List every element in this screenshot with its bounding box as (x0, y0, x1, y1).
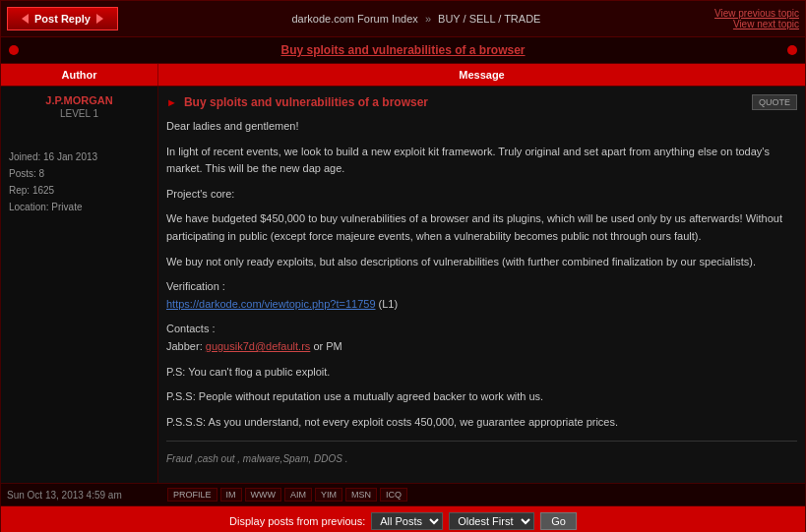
post-row: J.P.MORGAN LEVEL 1 Joined: 16 Jan 2013 P… (0, 87, 806, 484)
section-link-top[interactable]: BUY / SELL / TRADE (438, 13, 540, 25)
post-title-row: ► Buy sploits and vulnerabilities of a b… (166, 94, 797, 110)
dot-right-icon (787, 45, 797, 55)
profile-links: PROFILE IM WWW AIM YIM MSN ICQ (167, 488, 407, 502)
profile-link-msn[interactable]: MSN (345, 488, 377, 502)
profile-link-www[interactable]: WWW (245, 488, 281, 502)
profile-link-aim[interactable]: AIM (284, 488, 312, 502)
post-message-col: ► Buy sploits and vulnerabilities of a b… (158, 87, 805, 483)
post-ps2: P.S.S: People without reputation use a m… (166, 388, 797, 406)
verification-suffix-text: (L1) (379, 298, 399, 310)
separator-top: » (425, 13, 431, 25)
dot-left-icon (9, 45, 19, 55)
post-title-area: ► Buy sploits and vulnerabilities of a b… (166, 95, 428, 109)
post-timestamp: Sun Oct 13, 2013 4:59 am (7, 490, 159, 501)
post-title-text: Buy sploits and vulnerabilities of a bro… (184, 95, 428, 109)
profile-link-im[interactable]: IM (220, 488, 242, 502)
verification-label: Verification : (166, 280, 225, 292)
profile-link-yim[interactable]: YIM (315, 488, 342, 502)
view-next-link[interactable]: View next topic (714, 19, 799, 30)
post-divider (166, 441, 797, 442)
jabber-email-link[interactable]: gugusik7d@default.rs (206, 340, 311, 352)
author-name-link[interactable]: J.P.MORGAN (45, 94, 112, 106)
author-level: LEVEL 1 (9, 108, 150, 119)
btn-arrow-right-icon (96, 14, 103, 24)
post-intro: In light of recent events, we look to bu… (166, 144, 797, 178)
btn-arrow-left-icon (22, 14, 29, 24)
post-project-core: Project's core: (166, 186, 797, 204)
post-author-col: J.P.MORGAN LEVEL 1 Joined: 16 Jan 2013 P… (1, 87, 158, 483)
top-bar: Post Reply darkode.com Forum Index » BUY… (0, 0, 806, 37)
author-joined: Joined: 16 Jan 2013 (9, 148, 150, 165)
topic-title-bar: Buy sploits and vulnerabilities of a bro… (0, 37, 806, 64)
th-author: Author (1, 64, 158, 86)
top-right-links: View previous topic View next topic (714, 8, 799, 30)
quote-button[interactable]: QUOTE (752, 94, 797, 110)
forum-nav-top: darkode.com Forum Index » BUY / SELL / T… (291, 13, 540, 25)
profile-link-profile[interactable]: PROFILE (167, 488, 217, 502)
order-select[interactable]: Oldest First (449, 512, 534, 530)
post-timestamp-row: Sun Oct 13, 2013 4:59 am PROFILE IM WWW … (0, 484, 806, 506)
post-reply-button-top[interactable]: Post Reply (7, 7, 118, 30)
go-button[interactable]: Go (540, 512, 577, 530)
author-location: Location: Private (9, 199, 150, 215)
post-greeting: Dear ladies and gentlemen! (166, 118, 797, 136)
profile-link-icq[interactable]: ICQ (380, 488, 407, 502)
all-posts-select[interactable]: All Posts (371, 512, 443, 530)
view-previous-link[interactable]: View previous topic (714, 8, 799, 19)
display-posts-label: Display posts from previous: (229, 515, 365, 527)
author-posts: Posts: 8 (9, 165, 150, 182)
post-contacts: Contacts : Jabber: gugusik7d@default.rs … (166, 321, 797, 355)
post-body: Dear ladies and gentlemen! In light of r… (166, 118, 797, 467)
post-verification: Verification : https://darkode.com/viewt… (166, 278, 797, 313)
topic-title-link[interactable]: Buy sploits and vulnerabilities of a bro… (280, 43, 525, 57)
post-ps1: P.S: You can't flog a public exploit. (166, 364, 797, 382)
post-budget: We have budgeted $450,000 to buy vulnera… (166, 210, 797, 245)
author-info: Joined: 16 Jan 2013 Posts: 8 Rep: 1625 L… (9, 148, 150, 215)
post-ps3: P.S.S.S: As you understand, not every ex… (166, 414, 797, 432)
contacts-label: Contacts : (166, 323, 216, 334)
display-posts-bar: Display posts from previous: All Posts O… (0, 506, 806, 532)
post-buy-note: We buy not only ready exploits, but also… (166, 254, 797, 271)
jabber-label: Jabber: (166, 340, 203, 352)
author-rep: Rep: 1625 (9, 182, 150, 199)
post-reply-label-top: Post Reply (34, 13, 91, 25)
jabber-suffix-text: or PM (313, 340, 341, 352)
post-icon: ► (166, 96, 177, 108)
post-disclaimer: Fraud ,cash out , malware,Spam, DDOS . (166, 451, 797, 467)
forum-index-link-top[interactable]: darkode.com Forum Index (291, 13, 417, 25)
verification-link[interactable]: https://darkode.com/viewtopic.php?t=1175… (166, 298, 376, 310)
th-message: Message (158, 64, 805, 86)
table-headers: Author Message (0, 64, 806, 87)
